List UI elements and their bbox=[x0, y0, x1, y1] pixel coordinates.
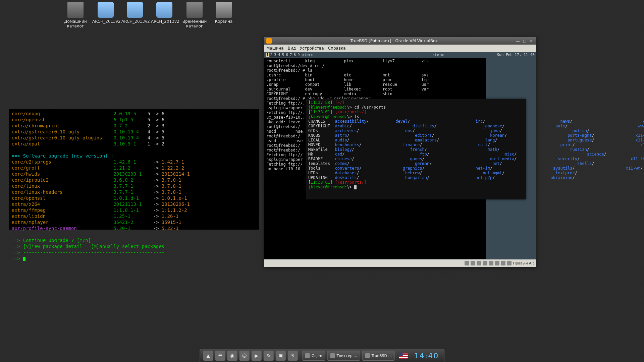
vm-clock: Sun Feb 17, 11:40 bbox=[497, 53, 535, 57]
shared-folder-icon[interactable] bbox=[489, 261, 493, 265]
task-label: TrueBSD ... bbox=[372, 354, 392, 358]
usb-activity-icon[interactable] bbox=[477, 261, 481, 265]
folder-icon bbox=[67, 2, 84, 18]
desktop-icon[interactable]: Корзина bbox=[210, 2, 237, 24]
sublime-launcher[interactable]: S bbox=[288, 351, 298, 361]
icon-label: ARCH_2013v2 bbox=[121, 19, 148, 24]
workspace-tab[interactable]: 1 bbox=[266, 53, 269, 57]
icon-label: ARCH_2013v2 bbox=[92, 19, 119, 24]
menu-item[interactable]: Устройства bbox=[300, 46, 324, 51]
workspace-label-right: xterm bbox=[432, 53, 443, 57]
desktop-icon[interactable]: ARCH_2013v2 bbox=[151, 2, 178, 24]
desktop-icon[interactable]: ARCH_2013v2 bbox=[121, 2, 148, 24]
display-icon[interactable] bbox=[495, 261, 499, 265]
titlebar[interactable]: TrueBSD [Работает] - Oracle VM VirtualBo… bbox=[264, 37, 536, 45]
workspace-tab[interactable]: 9 bbox=[297, 53, 301, 57]
wm-statusbar[interactable]: 123456789 xterm xterm Sun Feb 17, 11:40 bbox=[264, 52, 536, 58]
mouse-integration-icon[interactable] bbox=[501, 261, 505, 265]
icon-label: Временныйкаталог bbox=[181, 19, 208, 28]
network-activity-icon[interactable] bbox=[483, 261, 487, 265]
folder-icon bbox=[186, 2, 203, 18]
virtualbox-launcher[interactable]: ▣ bbox=[276, 351, 286, 361]
usb-icon bbox=[127, 2, 143, 18]
task-button[interactable]: Твиттер ... bbox=[327, 351, 360, 361]
icon-label: Корзина bbox=[210, 19, 237, 24]
window-title: TrueBSD [Работает] - Oracle VM VirtualBo… bbox=[274, 39, 514, 43]
twitter-icon bbox=[330, 353, 335, 358]
player-launcher[interactable]: ▶ bbox=[252, 351, 262, 361]
cd-activity-icon[interactable] bbox=[471, 261, 475, 265]
pidgin-launcher[interactable]: ☺ bbox=[239, 351, 250, 361]
menu-item[interactable]: Справка bbox=[328, 46, 346, 51]
menu-item[interactable]: Вид bbox=[288, 46, 296, 51]
workspace-tab[interactable]: 3 bbox=[273, 53, 277, 57]
vbox-icon bbox=[365, 353, 370, 358]
hostkey-label: Правый Alt bbox=[513, 261, 534, 265]
icon-label: Домашнийкаталог bbox=[62, 19, 89, 28]
workspace-tab[interactable]: 6 bbox=[285, 53, 289, 57]
menu-item[interactable]: Машина bbox=[266, 46, 284, 51]
virtualbox-statusbar: Правый Alt bbox=[264, 259, 536, 267]
workspace-label-left: xterm bbox=[302, 52, 313, 58]
workspace-tab[interactable]: 2 bbox=[270, 53, 273, 57]
desktop-icon[interactable]: ARCH_2013v2 bbox=[92, 2, 119, 24]
trash-icon bbox=[216, 2, 232, 18]
hostkey-icon[interactable] bbox=[507, 261, 512, 265]
hdd-activity-icon[interactable] bbox=[465, 261, 469, 265]
task-button[interactable]: TrueBSD ... bbox=[362, 351, 395, 361]
close-button[interactable]: ✕ bbox=[529, 38, 534, 44]
taskbar-clock[interactable]: 14:40 bbox=[414, 352, 439, 360]
host-terminal[interactable]: core/gnupg 2.0.19-5 5 -> 6 core/openssh … bbox=[9, 109, 259, 230]
gajim-icon bbox=[305, 353, 310, 358]
taskbar: ▲☰◉☺▶✎▣SGajimТвиттер ...TrueBSD ...14:40 bbox=[200, 349, 445, 362]
task-button[interactable]: Gajim bbox=[302, 351, 325, 361]
desktop-icon[interactable]: Домашнийкаталог bbox=[62, 2, 89, 28]
task-label: Твиттер ... bbox=[337, 354, 357, 358]
minimize-button[interactable]: — bbox=[515, 38, 521, 44]
desktop-icon[interactable]: Временныйкаталог bbox=[181, 2, 208, 28]
vm-user-terminal[interactable]: [11:37:58] [~/] jklever@freebsd:\> cd /u… bbox=[306, 99, 526, 199]
task-label: Gajim bbox=[312, 354, 322, 358]
icon-label: ARCH_2013v2 bbox=[151, 19, 178, 24]
usb-icon bbox=[156, 2, 172, 18]
workspace-tab[interactable]: 8 bbox=[293, 53, 297, 57]
workspace-tab[interactable]: 7 bbox=[289, 53, 293, 57]
chrome-launcher[interactable]: ◉ bbox=[227, 351, 237, 361]
vm-display[interactable]: 123456789 xterm xterm Sun Feb 17, 11:40 … bbox=[264, 52, 536, 259]
usb-icon bbox=[98, 2, 114, 18]
workspace-tab[interactable]: 5 bbox=[281, 53, 285, 57]
virtualbox-window: TrueBSD [Работает] - Oracle VM VirtualBo… bbox=[264, 37, 536, 267]
virtualbox-icon bbox=[266, 38, 272, 44]
menu-launcher[interactable]: ☰ bbox=[215, 351, 225, 361]
editor-launcher[interactable]: ✎ bbox=[264, 351, 274, 361]
workspace-tab[interactable]: 4 bbox=[277, 53, 281, 57]
maximize-button[interactable]: ▢ bbox=[522, 38, 527, 44]
show-desktop-button[interactable]: ▲ bbox=[203, 351, 213, 361]
virtualbox-menubar: МашинаВидУстройстваСправка bbox=[264, 45, 536, 52]
keyboard-layout-us[interactable] bbox=[399, 353, 408, 359]
